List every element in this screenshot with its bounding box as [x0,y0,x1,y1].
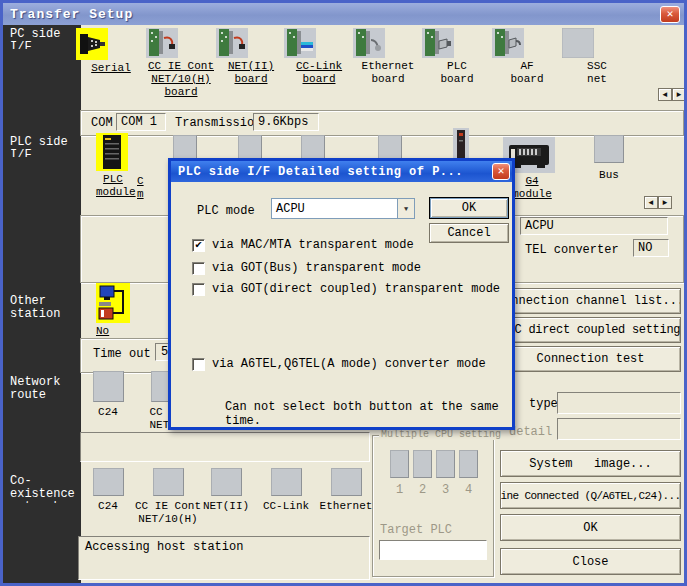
plc-mode-display: ACPU [520,217,668,235]
checkbox-a6tel-q6tel-converter[interactable]: via A6TEL,Q6TEL(A mode) converter mode [192,357,486,371]
dialog-title: PLC side I/F Detailed setting of P... [178,165,463,179]
cpu-slot-1-number: 1 [390,483,409,497]
sidebar-label-network-route: Network route [10,376,84,404]
checkbox-unchecked-icon[interactable] [192,283,205,296]
dialog-close-button[interactable]: ✕ [492,163,510,180]
checkbox-label: via MAC/MTA transparent mode [212,238,414,252]
checkbox-label: via GOT(Bus) transparent mode [212,261,421,275]
net2-board-icon [216,28,286,58]
cpu-slot-2-number: 2 [413,483,432,497]
cpu-slot-2[interactable] [413,450,432,478]
network-route-c24-label: C24 [88,406,128,419]
plc-if-scroll-left-button[interactable]: ◄ [644,196,658,209]
pc-if-label-ethernet: Ethernet board [353,60,423,86]
station-icon [96,283,130,323]
checkbox-unchecked-icon[interactable] [192,358,205,371]
coexist-option-c24[interactable]: C24 [85,468,131,513]
pc-if-option-serial[interactable]: Serial [76,28,146,75]
pc-if-label-serial: Serial [76,62,146,75]
plc-if-scroll-right-button[interactable]: ► [658,196,672,209]
cc-ie-board-icon [146,28,216,58]
checkbox-label: via GOT(direct coupled) transparent mode [212,282,500,296]
pc-if-option-plc-board[interactable]: PLC board [422,28,492,86]
window-content: PC side I/F PLC side I/F Other station N… [3,25,684,583]
plc-if-partial-label: C m [137,175,157,201]
connection-test-button[interactable]: Connection test [500,346,681,372]
combo-dropdown-arrow-icon[interactable]: ▼ [397,199,414,218]
cpu-slot-1[interactable] [390,450,409,478]
dialog-note-text: Can not select both button at the same t… [221,398,512,430]
plc-board-icon [422,28,492,58]
status-message: Accessing host station [85,540,243,554]
plc-module-label: PLC module [96,173,130,199]
coexist-net2-label: NET(II) [199,500,253,513]
pc-if-option-cc-ie-cont-board[interactable]: CC IE Cont NET/10(H) board [146,28,216,99]
bus-icon [594,135,624,163]
target-plc-label: Target PLC [380,523,452,537]
dialog-titlebar: PLC side I/F Detailed setting of P... [171,161,512,182]
window-close-button[interactable]: ✕ [660,6,680,23]
pc-if-label-net2: NET(II) board [216,60,286,86]
pc-if-label-cc-ie-cont: CC IE Cont NET/10(H) board [146,60,216,99]
main-close-button[interactable]: Close [500,548,681,575]
plc-mode-combobox[interactable]: ACPU ▼ [271,198,415,219]
com-port-value[interactable]: COM 1 [116,113,166,131]
network-route-option-c24[interactable]: C24 [88,371,128,419]
plc-mode-label: PLC mode [193,202,259,220]
pc-if-option-net2-board[interactable]: NET(II) board [216,28,286,86]
plc-if-option-plc-module[interactable]: PLC module [96,133,130,199]
cpu-slot-3-number: 3 [436,483,455,497]
coexist-cc-link-label: CC-Link [258,500,314,513]
other-station-option-no[interactable]: No [93,283,133,338]
cpu-slot-3[interactable] [436,450,455,478]
plc-side-detail-dialog: PLC side I/F Detailed setting of P... ✕ … [168,158,515,430]
ethernet-board-icon [353,28,423,58]
coexist-option-cc-ie-cont[interactable]: CC IE Cont NET/10(H) [134,468,202,526]
target-plc-field[interactable] [379,540,487,560]
line-connected-button[interactable]: ine Connected (Q/A6TEL,C24)... [500,482,681,509]
checkbox-label: via A6TEL,Q6TEL(A mode) converter mode [212,357,486,371]
dialog-ok-button[interactable]: OK [429,197,509,219]
sidebar-label-plc-side: PLC side I/F [10,136,84,157]
connection-channel-list-button[interactable]: Connection channel list... [500,288,681,314]
checkbox-checked-icon[interactable]: ✔ [192,239,205,252]
system-image-button[interactable]: System image... [500,450,681,477]
other-station-no-label: No [93,325,133,338]
checkbox-got-bus-transparent[interactable]: via GOT(Bus) transparent mode [192,261,421,275]
timeout-label: Time out [89,345,155,363]
transmission-label: Transmission [171,114,265,132]
multiple-cpu-legend: Multiple CPU setting [379,429,503,440]
cpu-slot-4[interactable] [459,450,478,478]
detail-field [557,418,681,440]
c24-icon [93,371,124,402]
pc-if-scroll-right-button[interactable]: ► [672,88,684,101]
checkbox-unchecked-icon[interactable] [192,262,205,275]
main-ok-button[interactable]: OK [500,514,681,541]
transmission-speed-value[interactable]: 9.6Kbps [253,113,319,131]
sidebar-label-other-station: Other station [10,295,84,323]
dialog-cancel-button[interactable]: Cancel [429,223,509,243]
plc-if-option-bus[interactable]: Bus [591,135,627,182]
pc-if-option-cc-link-board[interactable]: CC-Link board [284,28,354,86]
checkbox-mac-mta-transparent[interactable]: ✔ via MAC/MTA transparent mode [192,238,414,252]
af-board-icon [492,28,562,58]
pc-if-option-af-board[interactable]: AF board [492,28,562,86]
ssc-net-icon [562,28,632,58]
cc-link-icon [271,468,302,496]
coexist-option-cc-link[interactable]: CC-Link [258,468,314,513]
checkbox-got-direct-coupled-transparent[interactable]: via GOT(direct coupled) transparent mode [192,282,500,296]
plc-module-icon [96,133,130,171]
pc-if-option-ethernet-board[interactable]: Ethernet board [353,28,423,86]
pc-if-option-ssc-net[interactable]: SSC net [562,28,632,86]
type-field [557,392,681,414]
pc-if-label-ssc-net: SSC net [562,60,632,86]
ethernet-icon [331,468,362,496]
pc-if-scroll-left-button[interactable]: ◄ [658,88,672,101]
coexist-option-net2[interactable]: NET(II) [199,468,253,513]
transfer-setup-window: Transfer Setup ✕ PC side I/F PLC side I/… [0,0,687,586]
bus-label: Bus [591,169,627,182]
pc-if-label-plc-board: PLC board [422,60,492,86]
coexist-option-ethernet[interactable]: Ethernet [317,468,375,513]
plc-direct-coupled-setting-button[interactable]: PLC direct coupled setting [500,317,681,343]
plc-mode-selected-value: ACPU [272,202,397,216]
